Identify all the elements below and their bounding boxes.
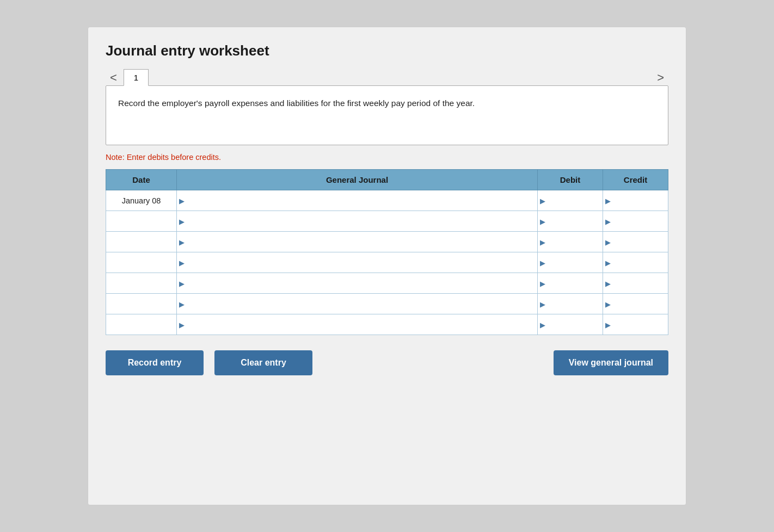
journal-input-1[interactable]: [177, 211, 537, 231]
debit-input-6[interactable]: [538, 314, 603, 335]
debit-arrow-icon-4: ▶: [540, 279, 545, 287]
buttons-row: Record entry Clear entry View general jo…: [106, 350, 668, 375]
journal-input-4[interactable]: [177, 273, 537, 293]
table-row: ▶▶▶: [106, 314, 668, 335]
debit-arrow-icon-6: ▶: [540, 320, 545, 329]
table-row: ▶▶▶: [106, 294, 668, 314]
table-row: ▶▶▶: [106, 273, 668, 294]
page-title: Journal entry worksheet: [106, 42, 668, 59]
journal-arrow-icon-4: ▶: [179, 279, 185, 287]
debit-input-0[interactable]: [538, 190, 603, 211]
debit-input-5[interactable]: [538, 294, 603, 314]
cell-date-1: [106, 211, 177, 232]
debit-arrow-icon-3: ▶: [540, 258, 545, 267]
debit-arrow-icon-0: ▶: [540, 196, 545, 205]
journal-arrow-icon-6: ▶: [179, 320, 185, 329]
cell-credit-6: ▶: [603, 314, 668, 335]
cell-debit-6: ▶: [538, 314, 603, 335]
table-row: ▶▶▶: [106, 252, 668, 273]
journal-arrow-icon-1: ▶: [179, 217, 185, 225]
cell-journal-4: ▶: [177, 273, 538, 294]
description-box: Record the employer's payroll expenses a…: [106, 85, 668, 145]
credit-input-3[interactable]: [603, 252, 668, 273]
debit-arrow-icon-2: ▶: [540, 238, 545, 246]
credit-input-4[interactable]: [603, 273, 668, 293]
cell-journal-5: ▶: [177, 294, 538, 314]
cell-date-0: January 08: [106, 190, 177, 211]
record-entry-button[interactable]: Record entry: [106, 350, 204, 375]
cell-date-5: [106, 294, 177, 314]
table-row: ▶▶▶: [106, 232, 668, 252]
credit-arrow-icon-5: ▶: [605, 300, 611, 308]
journal-arrow-icon-5: ▶: [179, 300, 185, 308]
nav-right-button[interactable]: >: [653, 70, 668, 86]
table-row: January 08▶▶▶: [106, 190, 668, 211]
journal-table: Date General Journal Debit Credit Januar…: [106, 169, 668, 335]
debit-arrow-icon-5: ▶: [540, 300, 545, 308]
debit-arrow-icon-1: ▶: [540, 217, 545, 225]
col-general-journal: General Journal: [177, 170, 538, 190]
credit-input-2[interactable]: [603, 232, 668, 252]
cell-credit-0: ▶: [603, 190, 668, 211]
journal-arrow-icon-3: ▶: [179, 258, 185, 267]
credit-arrow-icon-0: ▶: [605, 196, 611, 205]
col-credit: Credit: [603, 170, 668, 190]
cell-debit-4: ▶: [538, 273, 603, 294]
table-header-row: Date General Journal Debit Credit: [106, 170, 668, 190]
cell-journal-0: ▶: [177, 190, 538, 211]
credit-input-5[interactable]: [603, 294, 668, 314]
cell-debit-5: ▶: [538, 294, 603, 314]
credit-arrow-icon-6: ▶: [605, 320, 611, 329]
note-text: Note: Enter debits before credits.: [106, 153, 668, 162]
cell-debit-3: ▶: [538, 252, 603, 273]
cell-debit-0: ▶: [538, 190, 603, 211]
cell-debit-1: ▶: [538, 211, 603, 232]
tab-nav-wrapper: < 1 >: [106, 69, 668, 86]
clear-entry-button[interactable]: Clear entry: [214, 350, 312, 375]
cell-date-6: [106, 314, 177, 335]
debit-input-1[interactable]: [538, 211, 603, 231]
cell-journal-1: ▶: [177, 211, 538, 232]
cell-journal-6: ▶: [177, 314, 538, 335]
cell-credit-5: ▶: [603, 294, 668, 314]
cell-date-2: [106, 232, 177, 252]
debit-input-3[interactable]: [538, 252, 603, 273]
table-row: ▶▶▶: [106, 211, 668, 232]
col-debit: Debit: [538, 170, 603, 190]
journal-input-3[interactable]: [177, 252, 537, 273]
credit-arrow-icon-2: ▶: [605, 238, 611, 246]
cell-credit-4: ▶: [603, 273, 668, 294]
cell-journal-2: ▶: [177, 232, 538, 252]
credit-input-0[interactable]: [603, 190, 668, 211]
credit-input-1[interactable]: [603, 211, 668, 231]
credit-arrow-icon-1: ▶: [605, 217, 611, 225]
credit-arrow-icon-4: ▶: [605, 279, 611, 287]
main-container: Journal entry worksheet < 1 > Record the…: [88, 27, 686, 505]
credit-arrow-icon-3: ▶: [605, 258, 611, 267]
nav-left-button[interactable]: <: [106, 70, 121, 86]
credit-input-6[interactable]: [603, 314, 668, 335]
journal-arrow-icon-0: ▶: [179, 196, 185, 205]
cell-debit-2: ▶: [538, 232, 603, 252]
journal-input-0[interactable]: [177, 190, 537, 211]
debit-input-2[interactable]: [538, 232, 603, 252]
debit-input-4[interactable]: [538, 273, 603, 293]
journal-input-5[interactable]: [177, 294, 537, 314]
cell-journal-3: ▶: [177, 252, 538, 273]
journal-arrow-icon-2: ▶: [179, 238, 185, 246]
cell-date-3: [106, 252, 177, 273]
description-text: Record the employer's payroll expenses a…: [118, 98, 475, 108]
view-general-journal-button[interactable]: View general journal: [554, 350, 668, 375]
cell-credit-1: ▶: [603, 211, 668, 232]
cell-credit-3: ▶: [603, 252, 668, 273]
col-date: Date: [106, 170, 177, 190]
cell-credit-2: ▶: [603, 232, 668, 252]
cell-date-4: [106, 273, 177, 294]
journal-input-6[interactable]: [177, 314, 537, 335]
journal-input-2[interactable]: [177, 232, 537, 252]
tab-1[interactable]: 1: [124, 69, 149, 86]
